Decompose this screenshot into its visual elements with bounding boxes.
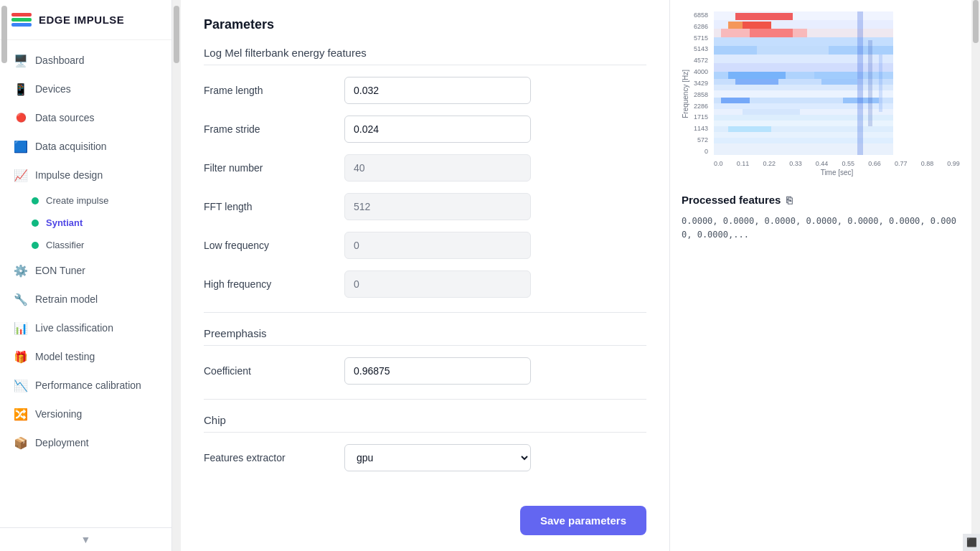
coefficient-input[interactable] xyxy=(344,357,531,385)
param-row-fft-length: FFT length xyxy=(204,193,646,220)
svg-rect-32 xyxy=(714,132,893,138)
sidebar-item-model-testing[interactable]: 🎁 Model testing xyxy=(0,342,171,371)
sidebar-scrollbar-thumb xyxy=(174,6,179,63)
svg-rect-31 xyxy=(728,126,771,132)
sidebar-item-deployment[interactable]: 📦 Deployment xyxy=(0,428,171,457)
processed-features-title: Processed features ⎘ xyxy=(682,194,960,206)
data-acquisition-icon: 🟦 xyxy=(14,139,28,154)
high-frequency-input[interactable] xyxy=(344,270,531,298)
logo-text: EDGE IMPULSE xyxy=(39,14,124,26)
spectrogram-svg xyxy=(714,11,893,155)
chip-title: Chip xyxy=(204,414,646,433)
y-label: 2858 xyxy=(694,91,708,98)
y-axis-labels: 6858 6286 5715 5143 4572 4000 3429 2858 … xyxy=(694,11,711,155)
sidebar-outer-scrollbar[interactable] xyxy=(172,0,181,551)
sidebar-subitem-classifier[interactable]: Classifier xyxy=(0,234,171,256)
sidebar-item-versioning[interactable]: 🔀 Versioning xyxy=(0,400,171,428)
sidebar-item-impulse-design[interactable]: 📈 Impulse design xyxy=(0,161,171,189)
x-label: 0.44 xyxy=(816,160,829,167)
sidebar-item-label: Live classification xyxy=(35,322,113,334)
logo-area: EDGE IMPULSE xyxy=(0,0,171,40)
sidebar-item-data-acquisition[interactable]: 🟦 Data acquisition xyxy=(0,132,171,161)
sidebar-item-performance-calibration[interactable]: 📉 Performance calibration xyxy=(0,371,171,400)
x-label: 0.66 xyxy=(868,160,881,167)
low-frequency-input[interactable] xyxy=(344,232,531,259)
features-extractor-label: Features extractor xyxy=(204,452,333,463)
sidebar-subitem-label: Create impulse xyxy=(46,195,108,206)
svg-rect-12 xyxy=(714,55,893,63)
sidebar-item-retrain-model[interactable]: 🔧 Retrain model xyxy=(0,285,171,314)
svg-rect-5 xyxy=(743,22,771,29)
sidebar-item-label: Data sources xyxy=(35,112,94,123)
param-row-filter-number: Filter number xyxy=(204,154,646,182)
svg-rect-34 xyxy=(714,143,893,155)
y-label: 1143 xyxy=(694,125,708,132)
divider-1 xyxy=(204,312,646,313)
y-label: 0 xyxy=(694,148,708,155)
model-testing-icon: 🎁 xyxy=(14,349,28,364)
param-row-features-extractor: Features extractor gpu cpu custom xyxy=(204,444,646,471)
coefficient-label: Coefficient xyxy=(204,365,333,377)
classifier-dot xyxy=(32,242,39,249)
main-content: Parameters Log Mel filterbank energy fea… xyxy=(181,0,980,551)
svg-rect-25 xyxy=(714,103,893,109)
x-label: 0.55 xyxy=(842,160,855,167)
processed-features-label: Processed features xyxy=(682,194,781,206)
x-label: 0.33 xyxy=(789,160,802,167)
y-label: 5715 xyxy=(694,34,708,42)
sidebar-item-label: Impulse design xyxy=(35,169,103,181)
fft-length-input[interactable] xyxy=(344,193,531,220)
low-frequency-label: Low frequency xyxy=(204,240,333,251)
sidebar-subitem-syntiant[interactable]: Syntiant xyxy=(0,212,171,234)
create-impulse-dot xyxy=(32,197,39,204)
sidebar-subitem-create-impulse[interactable]: Create impulse xyxy=(0,189,171,212)
y-label: 6858 xyxy=(694,11,708,19)
svg-rect-18 xyxy=(735,79,778,85)
features-values: 0.0000, 0.0000, 0.0000, 0.0000, 0.0000, … xyxy=(682,215,960,242)
syntiant-dot xyxy=(32,220,39,227)
parameters-panel: Parameters Log Mel filterbank energy fea… xyxy=(181,0,670,551)
param-row-frame-length: Frame length xyxy=(204,77,646,104)
main-scrollbar[interactable] xyxy=(971,0,980,551)
x-axis-labels: 0.0 0.11 0.22 0.33 0.44 0.55 0.66 0.77 0… xyxy=(714,157,960,167)
filter-number-input[interactable] xyxy=(344,154,531,182)
live-classification-icon: 📊 xyxy=(14,321,28,335)
sidebar-item-label: Retrain model xyxy=(35,293,98,305)
svg-rect-13 xyxy=(714,63,893,72)
retrain-model-icon: 🔧 xyxy=(14,292,28,306)
sidebar-item-devices[interactable]: 📱 Devices xyxy=(0,75,171,103)
sidebar-item-label: Versioning xyxy=(35,408,82,420)
frame-length-input[interactable] xyxy=(344,77,531,104)
sidebar: EDGE IMPULSE 🖥️ Dashboard 📱 Devices 🔴 Da… xyxy=(0,0,172,551)
logo-icon xyxy=(11,13,32,27)
sidebar-item-label: Performance calibration xyxy=(35,380,141,391)
performance-calibration-icon: 📉 xyxy=(14,378,28,392)
spectrogram-container: Frequency [Hz] 6858 6286 5715 5143 4572 … xyxy=(682,11,960,176)
features-extractor-select[interactable]: gpu cpu custom xyxy=(344,444,531,471)
param-row-high-frequency: High frequency xyxy=(204,270,646,298)
log-mel-title: Log Mel filterbank energy features xyxy=(204,47,646,65)
y-label: 6286 xyxy=(694,23,708,30)
save-parameters-button[interactable]: Save parameters xyxy=(520,506,646,535)
param-row-low-frequency: Low frequency xyxy=(204,232,646,259)
svg-rect-28 xyxy=(714,115,893,121)
x-label: 0.0 xyxy=(714,160,723,167)
sidebar-item-label: Devices xyxy=(35,83,71,95)
svg-rect-21 xyxy=(714,90,893,98)
x-label: 0.99 xyxy=(947,160,960,167)
sidebar-scroll-down-icon[interactable]: ▼ xyxy=(81,534,91,545)
sidebar-item-eon-tuner[interactable]: ⚙️ EON Tuner xyxy=(0,256,171,285)
svg-rect-19 xyxy=(821,79,857,85)
bottom-corner-button[interactable]: ⬛ xyxy=(963,534,980,551)
svg-rect-20 xyxy=(714,85,893,90)
sidebar-item-label: Deployment xyxy=(35,437,89,448)
sidebar-item-live-classification[interactable]: 📊 Live classification xyxy=(0,314,171,342)
svg-rect-3 xyxy=(735,13,793,20)
sidebar-item-data-sources[interactable]: 🔴 Data sources xyxy=(0,103,171,132)
svg-rect-36 xyxy=(868,40,872,126)
copy-icon[interactable]: ⎘ xyxy=(786,194,792,206)
sidebar-item-dashboard[interactable]: 🖥️ Dashboard xyxy=(0,46,171,75)
svg-rect-9 xyxy=(714,37,893,46)
x-axis-title: Time [sec] xyxy=(714,169,960,176)
frame-stride-input[interactable] xyxy=(344,116,531,143)
